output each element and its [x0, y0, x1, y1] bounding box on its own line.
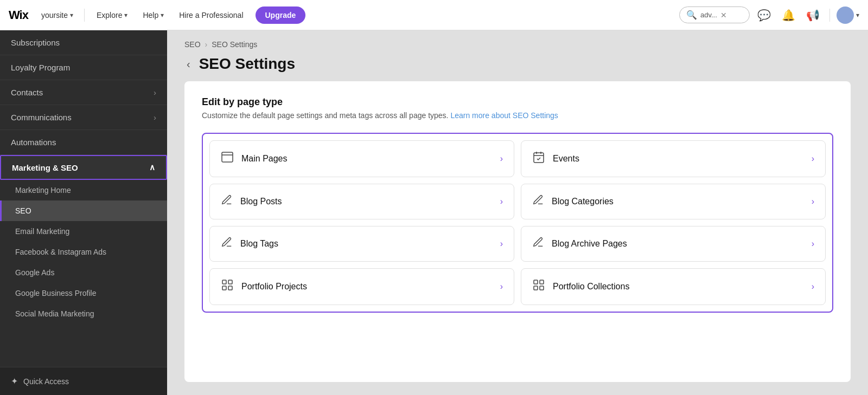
email-marketing-label: Email Marketing — [15, 227, 69, 236]
portfolio-collections-label: Portfolio Collections — [553, 282, 629, 292]
sidebar: Subscriptions Loyalty Program Contacts ›… — [0, 30, 167, 395]
blog-posts-label: Blog Posts — [240, 197, 282, 206]
events-chevron-icon: › — [812, 154, 814, 164]
svg-rect-11 — [540, 280, 544, 284]
svg-rect-8 — [222, 286, 226, 290]
breadcrumb-parent[interactable]: SEO — [184, 40, 201, 49]
megaphone-icon[interactable]: 📢 — [803, 5, 823, 25]
sidebar-item-communications[interactable]: Communications › — [0, 105, 167, 130]
card-left: Blog Categories — [532, 194, 614, 209]
search-clear-icon[interactable]: ✕ — [720, 11, 727, 20]
sidebar-item-loyalty[interactable]: Loyalty Program — [0, 55, 167, 80]
card-left: Portfolio Collections — [532, 279, 629, 295]
search-icon: 🔍 — [686, 10, 697, 20]
explore-menu[interactable]: Explore ▾ — [91, 8, 133, 23]
blog-archive-chevron-icon: › — [812, 239, 814, 249]
site-selector[interactable]: yoursite ▾ — [37, 9, 78, 22]
page-type-card-blog-archive[interactable]: Blog Archive Pages › — [521, 226, 826, 262]
calendar-check-icon — [532, 151, 545, 167]
site-chevron-icon: ▾ — [70, 11, 73, 19]
chat-icon[interactable]: 💬 — [754, 5, 774, 25]
quick-access-label: Quick Access — [23, 377, 69, 386]
page-type-card-portfolio-collections[interactable]: Portfolio Collections › — [521, 268, 826, 305]
page-header: ‹ SEO Settings — [167, 53, 868, 81]
quick-access-icon: ✦ — [11, 376, 18, 386]
sidebar-google-ads[interactable]: Google Ads — [0, 262, 167, 283]
hire-professional-link[interactable]: Hire a Professional — [174, 8, 248, 23]
body-area: Subscriptions Loyalty Program Contacts ›… — [0, 30, 868, 395]
pen-icon — [221, 194, 233, 209]
communications-label: Communications — [11, 113, 72, 122]
svg-rect-6 — [222, 280, 226, 284]
breadcrumb: SEO › SEO Settings — [167, 30, 868, 53]
avatar-chevron-icon: ▾ — [856, 11, 859, 19]
contacts-chevron-icon: › — [154, 88, 156, 97]
portfolio-collections-icon — [532, 279, 545, 295]
portfolio-collections-chevron-icon: › — [812, 282, 814, 292]
breadcrumb-current: SEO Settings — [212, 40, 257, 49]
search-value: adv... — [700, 11, 717, 19]
user-avatar-wrapper[interactable]: ▾ — [837, 7, 859, 24]
card-left: Blog Posts — [221, 194, 282, 209]
main-content: SEO › SEO Settings ‹ SEO Settings Edit b… — [167, 30, 868, 395]
page-type-card-blog-tags[interactable]: Blog Tags › — [209, 226, 514, 262]
fb-ads-label: Facebook & Instagram Ads — [15, 248, 106, 256]
sidebar-marketing-seo-header[interactable]: Marketing & SEO ∧ — [0, 155, 167, 180]
svg-rect-12 — [534, 286, 538, 290]
svg-rect-0 — [222, 152, 233, 162]
page-type-card-events[interactable]: Events › — [521, 140, 826, 177]
automations-label: Automations — [11, 138, 56, 147]
page-type-card-portfolio-projects[interactable]: Portfolio Projects › — [209, 268, 514, 305]
content-panel: Edit by page type Customize the default … — [184, 81, 851, 382]
sidebar-seo[interactable]: SEO — [0, 200, 167, 221]
quick-access[interactable]: ✦ Quick Access — [0, 367, 167, 395]
explore-label: Explore — [97, 11, 122, 20]
sidebar-google-business[interactable]: Google Business Profile — [0, 283, 167, 303]
page-type-card-blog-categories[interactable]: Blog Categories › — [521, 184, 826, 219]
upgrade-button[interactable]: Upgrade — [256, 7, 306, 24]
sidebar-item-subscriptions[interactable]: Subscriptions — [0, 30, 167, 55]
main-pages-chevron-icon: › — [500, 154, 503, 164]
blog-categories-chevron-icon: › — [812, 197, 814, 206]
sidebar-email-marketing[interactable]: Email Marketing — [0, 221, 167, 242]
sidebar-item-contacts[interactable]: Contacts › — [0, 80, 167, 105]
panel-heading: Edit by page type — [202, 96, 833, 108]
help-menu[interactable]: Help ▾ — [137, 8, 169, 23]
communications-chevron-icon: › — [154, 113, 156, 122]
page-type-card-blog-posts[interactable]: Blog Posts › — [209, 184, 514, 219]
pen-categories-icon — [532, 194, 544, 209]
main-pages-label: Main Pages — [241, 154, 288, 164]
back-button[interactable]: ‹ — [184, 56, 193, 73]
portfolio-projects-chevron-icon: › — [500, 282, 503, 292]
sidebar-marketing-home[interactable]: Marketing Home — [0, 180, 167, 200]
blog-posts-chevron-icon: › — [500, 197, 503, 206]
subscriptions-label: Subscriptions — [11, 38, 60, 47]
card-left: Main Pages — [221, 151, 288, 167]
hire-label: Hire a Professional — [179, 11, 243, 20]
page-type-grid: Main Pages › — [202, 133, 833, 313]
sidebar-social-media[interactable]: Social Media Marketing — [0, 303, 167, 324]
svg-rect-7 — [228, 280, 232, 284]
panel-subtitle: Customize the default page settings and … — [202, 111, 833, 120]
social-media-label: Social Media Marketing — [15, 309, 94, 318]
learn-more-link[interactable]: Learn more about SEO Settings — [450, 111, 558, 120]
pen-tags-icon — [221, 236, 233, 251]
browser-icon — [221, 151, 234, 167]
avatar — [837, 7, 854, 24]
explore-chevron-icon: ▾ — [124, 11, 127, 19]
bell-icon[interactable]: 🔔 — [778, 5, 799, 25]
breadcrumb-separator: › — [205, 40, 208, 49]
contacts-label: Contacts — [11, 88, 43, 97]
events-label: Events — [553, 154, 579, 164]
card-left: Portfolio Projects — [221, 279, 307, 295]
wix-logo: Wix — [9, 8, 28, 22]
page-type-card-main-pages[interactable]: Main Pages › — [209, 140, 514, 177]
card-left: Blog Tags — [221, 236, 278, 251]
search-bar[interactable]: 🔍 adv... ✕ — [679, 7, 750, 23]
nav-divider-1 — [84, 9, 85, 22]
sidebar-fb-ads[interactable]: Facebook & Instagram Ads — [0, 242, 167, 262]
blog-categories-label: Blog Categories — [552, 197, 614, 206]
portfolio-projects-label: Portfolio Projects — [241, 282, 307, 292]
seo-label: SEO — [15, 206, 31, 215]
sidebar-item-automations[interactable]: Automations — [0, 130, 167, 155]
